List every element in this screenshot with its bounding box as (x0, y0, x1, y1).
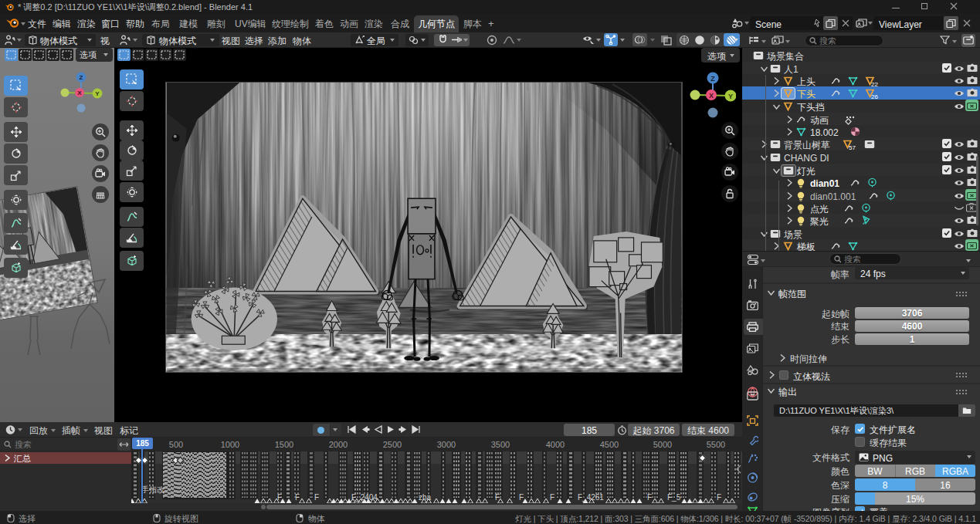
svg-text:Z: Z (80, 74, 83, 81)
svg-text:Y: Y (95, 90, 100, 97)
svg-text:X: X (77, 90, 82, 96)
svg-text:Z: Z (710, 75, 715, 83)
svg-text:Y: Y (728, 93, 733, 100)
svg-text:X: X (709, 92, 714, 100)
